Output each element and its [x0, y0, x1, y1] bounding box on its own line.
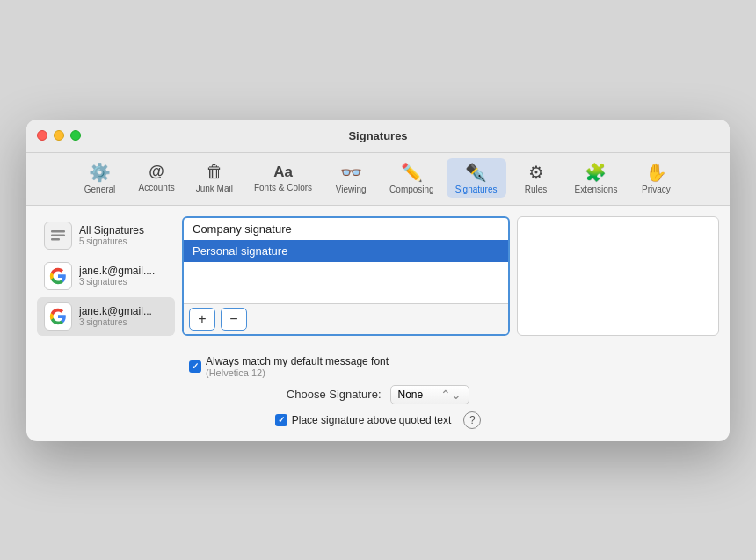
- choose-signature-value: None: [398, 389, 424, 401]
- minimize-button[interactable]: [54, 130, 64, 141]
- toolbar-item-general[interactable]: ⚙️ General: [74, 158, 127, 198]
- gmail1-count: 3 signatures: [79, 277, 155, 287]
- svg-rect-2: [51, 238, 60, 241]
- gmail2-info: jane.k@gmail... 3 signatures: [79, 305, 152, 327]
- toolbar-label-accounts: Accounts: [139, 183, 175, 193]
- gmail1-avatar: [44, 262, 72, 290]
- place-signature-row: ✓ Place signature above quoted text ?: [44, 411, 712, 429]
- toolbar-label-privacy: Privacy: [642, 185, 671, 194]
- toolbar-item-composing[interactable]: ✏️ Composing: [381, 158, 443, 198]
- composing-icon: ✏️: [401, 162, 423, 183]
- toolbar-label-general: General: [84, 185, 116, 194]
- choose-signature-row: Choose Signature: None ⌃⌄: [287, 385, 469, 404]
- toolbar-label-composing: Composing: [389, 185, 434, 194]
- gmail2-avatar: [44, 302, 72, 331]
- toolbar-label-viewing: Viewing: [336, 185, 367, 194]
- fonts-colors-icon: Aa: [273, 164, 293, 181]
- toolbar-item-extensions[interactable]: 🧩 Extensions: [566, 158, 627, 198]
- accounts-icon: @: [149, 163, 164, 181]
- place-sig-label: Place signature above quoted text: [292, 414, 451, 426]
- all-signatures-name: All Signatures: [79, 224, 144, 236]
- toolbar-label-junk-mail: Junk Mail: [196, 184, 233, 193]
- all-signatures-count: 5 signatures: [79, 236, 144, 246]
- signature-item-company[interactable]: Company signature: [184, 218, 508, 240]
- signature-list-buttons: + −: [184, 303, 508, 334]
- choose-signature-label: Choose Signature:: [287, 388, 382, 401]
- toolbar-item-fonts-colors[interactable]: Aa Fonts & Colors: [245, 160, 321, 196]
- general-icon: ⚙️: [89, 162, 111, 183]
- toolbar-item-privacy[interactable]: ✋ Privacy: [629, 158, 682, 198]
- match-font-text: Always match my default message font (He…: [206, 355, 389, 378]
- help-button[interactable]: ?: [463, 411, 481, 429]
- match-font-row: ✓ Always match my default message font (…: [44, 355, 712, 378]
- privacy-icon: ✋: [645, 162, 667, 183]
- sidebar-item-all-signatures[interactable]: All Signatures 5 signatures: [37, 216, 175, 255]
- sidebar: All Signatures 5 signatures jane.k@gmail…: [37, 216, 182, 336]
- gmail2-name: jane.k@gmail...: [79, 305, 152, 317]
- toolbar-item-viewing[interactable]: 👓 Viewing: [324, 158, 377, 198]
- gmail1-info: jane.k@gmail.... 3 signatures: [79, 265, 155, 287]
- toolbar-item-signatures[interactable]: ✒️ Signatures: [447, 158, 506, 198]
- rules-icon: ⚙: [528, 162, 544, 183]
- match-font-checkbox-wrapper[interactable]: ✓ Always match my default message font (…: [189, 355, 389, 378]
- main-window: Signatures ⚙️ General @ Accounts 🗑 Junk …: [26, 120, 730, 441]
- all-signatures-avatar: [44, 222, 72, 250]
- close-button[interactable]: [37, 130, 47, 141]
- toolbar-label-rules: Rules: [525, 185, 548, 194]
- bottom-bar: ✓ Always match my default message font (…: [26, 346, 730, 441]
- window-title: Signatures: [348, 129, 407, 142]
- junk-mail-icon: 🗑: [206, 162, 223, 182]
- titlebar: Signatures: [26, 120, 730, 153]
- gmail2-count: 3 signatures: [79, 317, 152, 327]
- gmail1-name: jane.k@gmail....: [79, 265, 155, 277]
- maximize-button[interactable]: [70, 130, 81, 141]
- signature-list: Company signature Personal signature: [184, 218, 508, 303]
- svg-rect-1: [51, 234, 65, 236]
- match-font-checkbox[interactable]: ✓: [189, 360, 201, 373]
- traffic-lights: [37, 130, 81, 141]
- choose-signature-select[interactable]: None ⌃⌄: [390, 385, 470, 404]
- signature-item-personal[interactable]: Personal signature: [184, 240, 508, 262]
- sidebar-item-gmail2[interactable]: jane.k@gmail... 3 signatures: [37, 297, 175, 336]
- match-font-sub: (Helvetica 12): [206, 367, 389, 378]
- add-signature-button[interactable]: +: [189, 308, 215, 331]
- toolbar-label-extensions: Extensions: [575, 185, 618, 194]
- signature-preview-panel: [517, 216, 719, 336]
- place-sig-checkbox-wrapper[interactable]: ✓ Place signature above quoted text: [275, 414, 451, 426]
- toolbar-label-fonts-colors: Fonts & Colors: [254, 183, 312, 193]
- all-signatures-info: All Signatures 5 signatures: [79, 224, 144, 246]
- signature-panel: Company signature Personal signature + −: [182, 216, 510, 336]
- signatures-icon: ✒️: [465, 162, 487, 183]
- svg-rect-0: [51, 230, 65, 233]
- viewing-icon: 👓: [340, 162, 362, 183]
- match-font-label: Always match my default message font: [206, 355, 389, 367]
- place-sig-checkbox[interactable]: ✓: [275, 414, 287, 426]
- toolbar-label-signatures: Signatures: [455, 185, 498, 194]
- toolbar-item-accounts[interactable]: @ Accounts: [130, 159, 184, 196]
- remove-signature-button[interactable]: −: [221, 308, 247, 331]
- toolbar-item-junk-mail[interactable]: 🗑 Junk Mail: [187, 158, 242, 197]
- toolbar-item-rules[interactable]: ⚙ Rules: [510, 158, 563, 198]
- select-chevron-icon: ⌃⌄: [440, 388, 462, 402]
- sidebar-item-gmail1[interactable]: jane.k@gmail.... 3 signatures: [37, 257, 175, 295]
- extensions-icon: 🧩: [585, 162, 607, 183]
- toolbar: ⚙️ General @ Accounts 🗑 Junk Mail Aa Fon…: [26, 153, 730, 206]
- content-area: All Signatures 5 signatures jane.k@gmail…: [26, 206, 730, 346]
- checkmark-icon: ✓: [192, 361, 199, 371]
- place-sig-checkmark-icon: ✓: [278, 415, 285, 425]
- signature-list-container: Company signature Personal signature + −: [182, 216, 510, 336]
